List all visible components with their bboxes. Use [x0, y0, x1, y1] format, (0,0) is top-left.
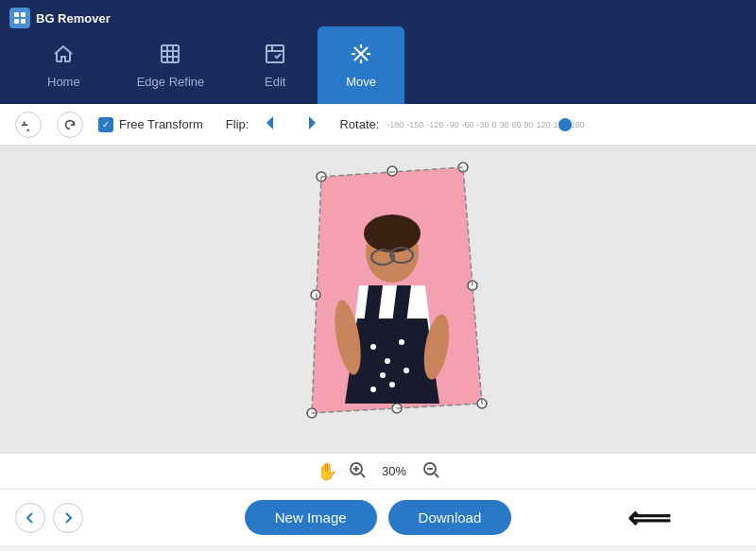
- hand-tool-icon[interactable]: ✋: [317, 461, 337, 482]
- undo-button[interactable]: [15, 112, 42, 138]
- app-title: BG Remover: [36, 11, 111, 26]
- svg-rect-4: [162, 45, 179, 62]
- bottom-bar: New Image Download ⟸: [0, 489, 756, 545]
- svg-rect-5: [266, 45, 284, 62]
- svg-rect-2: [14, 19, 19, 24]
- transform-container[interactable]: [246, 148, 510, 451]
- edge-refine-icon: [159, 43, 181, 69]
- edit-icon: [264, 43, 286, 69]
- tab-edge-refine-label: Edge Refine: [137, 75, 205, 89]
- header: BG Remover Home Edge: [0, 0, 756, 104]
- download-button[interactable]: Download: [388, 500, 512, 535]
- svg-point-38: [311, 290, 320, 300]
- tab-move[interactable]: Move: [318, 26, 404, 104]
- arrow-indicator-icon: ⟸: [627, 503, 671, 533]
- next-button[interactable]: [53, 503, 83, 533]
- transform-svg: [246, 148, 529, 451]
- flip-horizontal-button[interactable]: [266, 114, 283, 135]
- rotate-label-text: Rotate:: [339, 117, 379, 131]
- svg-marker-11: [309, 116, 316, 129]
- tab-edit-label: Edit: [265, 75, 285, 89]
- tab-edit[interactable]: Edit: [232, 26, 318, 104]
- svg-point-25: [385, 358, 390, 364]
- tab-home-label: Home: [47, 75, 80, 89]
- svg-point-24: [370, 344, 376, 350]
- svg-point-26: [399, 339, 404, 345]
- flip-label-text: Flip:: [226, 117, 249, 131]
- free-transform-toggle[interactable]: ✓ Free Transform: [98, 117, 203, 132]
- tab-move-label: Move: [346, 75, 376, 89]
- toolbar: ✓ Free Transform Flip: Rotate: -180-150-…: [0, 104, 756, 146]
- svg-marker-10: [266, 116, 273, 129]
- app-logo-icon: [9, 8, 30, 28]
- rotate-thumb[interactable]: [558, 118, 572, 131]
- zoom-in-icon[interactable]: [349, 461, 366, 482]
- flip-vertical-button[interactable]: [300, 114, 317, 135]
- free-transform-checkbox[interactable]: ✓: [98, 117, 113, 132]
- svg-point-27: [380, 372, 386, 378]
- tab-edge-refine[interactable]: Edge Refine: [109, 26, 233, 104]
- move-icon: [350, 43, 372, 69]
- svg-rect-1: [21, 12, 26, 17]
- svg-point-35: [387, 166, 397, 176]
- prev-button[interactable]: [15, 503, 45, 533]
- svg-line-45: [435, 474, 438, 477]
- tab-home[interactable]: Home: [19, 26, 109, 104]
- home-icon: [52, 43, 75, 69]
- canvas-area[interactable]: [0, 146, 756, 453]
- svg-rect-0: [14, 12, 19, 17]
- svg-point-14: [364, 215, 421, 252]
- svg-rect-3: [21, 19, 26, 24]
- free-transform-label-text: Free Transform: [119, 117, 203, 131]
- zoom-out-icon[interactable]: [422, 461, 439, 482]
- rotate-slider[interactable]: -180-150-120-90-60-300306090120150180: [387, 112, 661, 138]
- zoom-value-text: 30%: [377, 464, 411, 478]
- svg-point-28: [404, 368, 409, 373]
- new-image-button[interactable]: New Image: [245, 500, 377, 535]
- rotate-section: Rotate: -180-150-120-90-60-3003060901201…: [339, 112, 661, 138]
- redo-button[interactable]: [57, 112, 83, 138]
- svg-point-30: [370, 387, 376, 392]
- svg-line-41: [361, 474, 365, 477]
- zoom-bar: ✋ 30%: [0, 453, 756, 489]
- svg-point-29: [389, 382, 395, 387]
